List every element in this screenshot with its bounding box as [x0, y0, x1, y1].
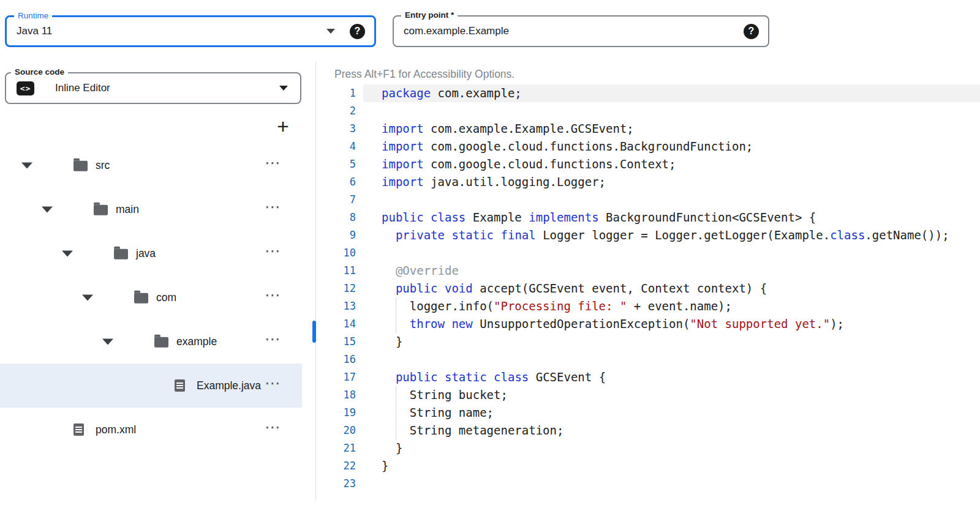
tree-item-label: java [136, 247, 156, 260]
code-text: String name; [363, 404, 980, 422]
code-line-2[interactable]: 2 [316, 102, 980, 120]
code-line-16[interactable]: 16 [316, 351, 980, 368]
accessibility-hint: Press Alt+F1 for Accessibility Options. [334, 67, 980, 81]
code-text: private static final Logger logger = Log… [363, 226, 980, 244]
code-line-1[interactable]: 1package com.example; [316, 84, 980, 102]
more-options-icon[interactable]: ⋯ [265, 154, 281, 173]
line-number: 20 [316, 422, 356, 439]
code-line-22[interactable]: 22} [316, 457, 980, 475]
expand-arrow-icon[interactable] [21, 163, 32, 169]
indent-guide-line [396, 315, 396, 333]
code-text [363, 351, 980, 368]
tree-item-label: src [96, 159, 110, 172]
code-line-4[interactable]: 4import com.google.cloud.functions.Backg… [316, 138, 980, 155]
expand-arrow-icon[interactable] [82, 295, 93, 301]
code-line-19[interactable]: 19 String name; [316, 404, 980, 422]
chevron-down-icon[interactable] [279, 86, 288, 91]
line-number: 23 [316, 475, 356, 493]
runtime-value: Java 11 [7, 25, 326, 37]
folder-icon [74, 161, 88, 171]
add-file-button[interactable]: + [271, 115, 295, 138]
tree-item-label: Example.java [197, 379, 261, 392]
code-text: } [363, 439, 980, 457]
code-line-23[interactable]: 23 [316, 475, 980, 493]
line-number: 10 [316, 244, 356, 262]
line-number: 1 [316, 84, 356, 102]
code-text: import com.google.cloud.functions.Contex… [363, 155, 980, 173]
folder-icon [154, 337, 168, 348]
code-line-12[interactable]: 12 public void accept(GCSEvent event, Co… [316, 280, 980, 297]
tree-row-src[interactable]: src⋯ [0, 143, 302, 187]
file-icon [74, 423, 84, 436]
code-line-17[interactable]: 17 public static class GCSEvent { [316, 368, 980, 386]
code-lines: 1package com.example;23import com.exampl… [316, 84, 980, 493]
source-code-panel: Source code <> Inline Editor + src⋯main⋯… [0, 61, 316, 501]
code-line-15[interactable]: 15 } [316, 333, 980, 351]
line-number: 21 [316, 439, 356, 457]
tree-row-example-java[interactable]: Example.java⋯ [0, 364, 302, 408]
chevron-down-icon[interactable] [326, 29, 335, 34]
code-line-20[interactable]: 20 String metageneration; [316, 422, 980, 439]
indent-guide-line [396, 404, 396, 422]
more-options-icon[interactable]: ⋯ [265, 418, 281, 437]
indent-guide-line [396, 297, 396, 315]
line-number: 13 [316, 297, 356, 315]
code-line-14[interactable]: 14 throw new UnsupportedOperationExcepti… [316, 315, 980, 333]
expand-arrow-icon[interactable] [42, 207, 53, 213]
code-line-3[interactable]: 3import com.example.Example.GCSEvent; [316, 120, 980, 138]
line-number: 7 [316, 191, 356, 209]
help-icon[interactable]: ? [744, 24, 759, 39]
line-number: 18 [316, 386, 356, 404]
expand-arrow-icon[interactable] [62, 251, 73, 257]
code-line-5[interactable]: 5import com.google.cloud.functions.Conte… [316, 155, 980, 173]
code-text: String bucket; [363, 386, 980, 404]
tree-row-pom-xml[interactable]: pom.xml⋯ [0, 408, 302, 452]
code-text: import java.util.logging.Logger; [363, 173, 980, 191]
code-line-10[interactable]: 10 [316, 244, 980, 262]
code-text: public void accept(GCSEvent event, Conte… [363, 280, 980, 297]
code-line-18[interactable]: 18 String bucket; [316, 386, 980, 404]
line-number: 6 [316, 173, 356, 191]
code-line-21[interactable]: 21 } [316, 439, 980, 457]
tree-toolbar: + [0, 104, 315, 143]
code-line-7[interactable]: 7 [316, 191, 980, 209]
more-options-icon[interactable]: ⋯ [265, 242, 281, 261]
more-options-icon[interactable]: ⋯ [265, 286, 281, 305]
code-line-9[interactable]: 9 private static final Logger logger = L… [316, 226, 980, 244]
panel-resize-handle[interactable] [312, 321, 316, 343]
tree-item-label: example [176, 335, 217, 348]
source-editor-select[interactable]: Source code <> Inline Editor [5, 72, 301, 104]
entry-point-field[interactable]: Entry point * com.example.Example ? [393, 15, 769, 47]
expand-arrow-icon[interactable] [102, 339, 113, 345]
code-text: } [363, 457, 980, 475]
code-text [363, 475, 980, 493]
line-number: 3 [316, 120, 356, 138]
code-text: public class Example implements Backgrou… [363, 209, 980, 226]
more-options-icon[interactable]: ⋯ [265, 374, 281, 393]
folder-icon [114, 249, 128, 259]
tree-row-java[interactable]: java⋯ [0, 231, 302, 275]
code-text: @Override [363, 262, 980, 280]
main-split: Source code <> Inline Editor + src⋯main⋯… [0, 61, 980, 501]
tree-row-main[interactable]: main⋯ [0, 187, 302, 231]
tree-row-com[interactable]: com⋯ [0, 275, 302, 319]
help-icon[interactable]: ? [350, 24, 365, 39]
file-icon [175, 379, 185, 392]
code-line-8[interactable]: 8public class Example implements Backgro… [316, 209, 980, 226]
runtime-select[interactable]: Runtime Java 11 ? [5, 15, 376, 47]
tree-item-label: main [116, 203, 139, 216]
line-number: 9 [316, 226, 356, 244]
line-number: 5 [316, 155, 356, 173]
code-text: package com.example; [363, 84, 980, 102]
code-line-13[interactable]: 13 logger.info("Processing file: " + eve… [316, 297, 980, 315]
more-options-icon[interactable]: ⋯ [265, 330, 281, 349]
tree-row-example[interactable]: example⋯ [0, 319, 302, 364]
tree-item-label: pom.xml [96, 423, 136, 436]
code-line-6[interactable]: 6import java.util.logging.Logger; [316, 173, 980, 191]
code-line-11[interactable]: 11 @Override [316, 262, 980, 280]
code-text: import com.example.Example.GCSEvent; [363, 120, 980, 138]
code-text: import com.google.cloud.functions.Backgr… [363, 138, 980, 155]
code-editor[interactable]: Press Alt+F1 for Accessibility Options. … [316, 61, 980, 501]
more-options-icon[interactable]: ⋯ [265, 198, 281, 217]
folder-icon [94, 205, 108, 215]
